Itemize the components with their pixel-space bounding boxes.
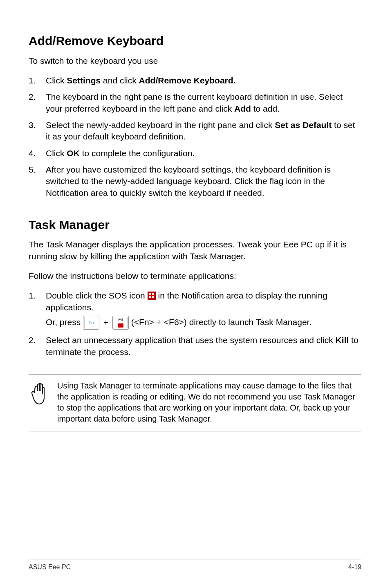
text: Double click the SOS icon bbox=[46, 291, 148, 300]
key-label: Fn bbox=[89, 321, 94, 325]
step-number: 2. bbox=[29, 91, 46, 114]
fn-key-icon: Fn bbox=[83, 316, 99, 330]
steps-list-1: 1. Click Settings and click Add/Remove K… bbox=[29, 75, 361, 199]
step-number: 4. bbox=[29, 148, 46, 159]
text: to complete the configuration. bbox=[80, 148, 195, 158]
heading-add-remove-keyboard: Add/Remove Keyboard bbox=[29, 33, 361, 49]
step-body: Double click the SOS icon in the Notific… bbox=[46, 290, 361, 330]
intro-text: To switch to the keyboard you use bbox=[29, 55, 361, 67]
step-number: 3. bbox=[29, 119, 46, 143]
step-body: Select an unnecessary application that u… bbox=[46, 334, 361, 358]
step-number: 1. bbox=[29, 290, 46, 330]
footer-right: 4-19 bbox=[348, 563, 361, 572]
steps-list-2: 1. Double click the SOS icon in the Noti… bbox=[29, 290, 361, 357]
note-text: Using Task Manager to terminate applicat… bbox=[57, 380, 361, 424]
page-footer: ASUS Eee PC 4-19 bbox=[29, 559, 361, 572]
bold-text: Kill bbox=[336, 335, 349, 345]
intro-text: The Task Manager displays the applicatio… bbox=[29, 239, 361, 262]
hand-icon bbox=[29, 381, 49, 408]
list-item: 4. Click OK to complete the configuratio… bbox=[29, 148, 361, 159]
list-item: 5. After you have customized the keyboar… bbox=[29, 164, 361, 199]
step-body: After you have customized the keyboard s… bbox=[46, 164, 361, 199]
text: Or, press bbox=[46, 317, 83, 327]
list-item: 1. Click Settings and click Add/Remove K… bbox=[29, 75, 361, 86]
text: Select an unnecessary application that u… bbox=[46, 335, 336, 345]
list-item: 3. Select the newly-added keyboard in th… bbox=[29, 119, 361, 143]
step-number: 2. bbox=[29, 334, 46, 358]
list-item: 2. The keyboard in the right pane is the… bbox=[29, 91, 361, 114]
text: The keyboard in the right pane is the cu… bbox=[46, 92, 343, 113]
note-block: Using Task Manager to terminate applicat… bbox=[29, 374, 361, 431]
step-body: The keyboard in the right pane is the cu… bbox=[46, 91, 361, 114]
step-body: Click OK to complete the configuration. bbox=[46, 148, 361, 159]
text: Click bbox=[46, 148, 67, 158]
step-body: Select the newly-added keyboard in the r… bbox=[46, 119, 361, 143]
step-number: 1. bbox=[29, 75, 46, 86]
bold-text: Add bbox=[234, 104, 251, 113]
footer-left: ASUS Eee PC bbox=[29, 563, 71, 572]
follow-text: Follow the instructions below to termina… bbox=[29, 270, 361, 282]
list-item: 1. Double click the SOS icon in the Noti… bbox=[29, 290, 361, 330]
bold-text: Add/Remove Keyboard. bbox=[139, 76, 236, 85]
step-number: 5. bbox=[29, 164, 46, 199]
f6-key-icon: F6 bbox=[112, 316, 129, 330]
bold-text: OK bbox=[67, 148, 80, 158]
list-item: 2. Select an unnecessary application tha… bbox=[29, 334, 361, 358]
sos-icon bbox=[148, 292, 156, 300]
text: to add. bbox=[251, 104, 280, 113]
key-glyph bbox=[118, 323, 123, 328]
or-press-line: Or, press Fn + F6 (<Fn> + <F6>) directly… bbox=[46, 316, 361, 330]
text: Click bbox=[46, 76, 67, 85]
key-label: F6 bbox=[118, 318, 123, 322]
text: and click bbox=[101, 76, 139, 85]
text: (<Fn> + <F6>) directly to launch Task Ma… bbox=[131, 317, 312, 327]
heading-task-manager: Task Manager bbox=[29, 217, 361, 233]
text: Select the newly-added keyboard in the r… bbox=[46, 120, 275, 130]
bold-text: Set as Default bbox=[275, 120, 332, 130]
step-body: Click Settings and click Add/Remove Keyb… bbox=[46, 75, 361, 86]
bold-text: Settings bbox=[67, 76, 101, 85]
plus-sign: + bbox=[102, 317, 110, 328]
